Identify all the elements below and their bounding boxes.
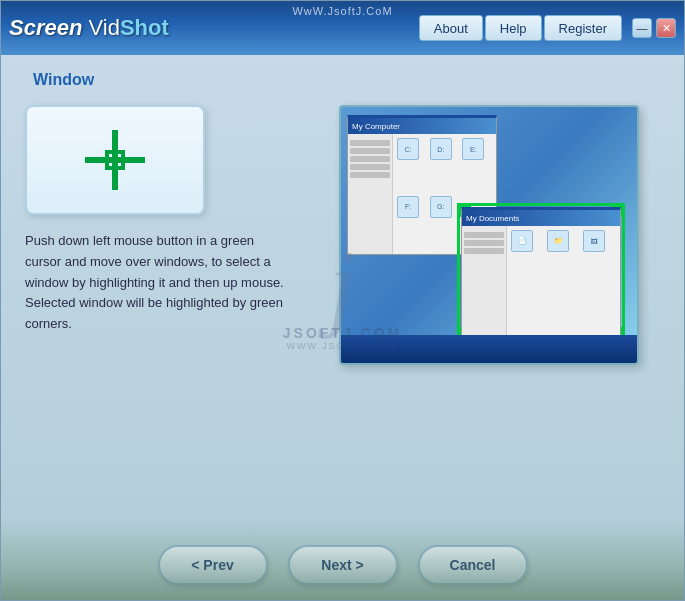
file-icon-5: G:: [430, 196, 452, 218]
sidebar-item-3: [350, 156, 390, 162]
win-explorer-title-2: My Documents: [462, 210, 620, 226]
win-title-text-2: My Documents: [466, 214, 519, 223]
screenshot-preview: My Computer C:: [339, 105, 649, 520]
description-text: Push down left mouse button in a green c…: [25, 231, 285, 335]
about-button[interactable]: About: [419, 15, 483, 41]
cancel-button[interactable]: Cancel: [418, 545, 528, 585]
app-title: Screen VidShot: [9, 15, 169, 41]
title-left: Screen VidShot: [9, 15, 169, 41]
file-icon-1: C:: [397, 138, 419, 160]
sidebar-item-6: [464, 232, 504, 238]
sidebar-item-2: [350, 148, 390, 154]
title-bar: Screen VidShot WwW.JsoftJ.CoM About Help…: [1, 1, 684, 55]
title-shot: Shot: [120, 15, 169, 40]
content-area: Window Push down left mouse button in a …: [1, 55, 684, 530]
win-title-text-1: My Computer: [352, 122, 400, 131]
file-icon-6: 📄: [511, 230, 533, 252]
prev-button[interactable]: < Prev: [158, 545, 268, 585]
minimize-button[interactable]: —: [632, 18, 652, 38]
close-button[interactable]: ✕: [656, 18, 676, 38]
file-icon-8: 🖼: [583, 230, 605, 252]
top-watermark: WwW.JsoftJ.CoM: [292, 5, 392, 17]
next-button[interactable]: Next >: [288, 545, 398, 585]
title-nav: About Help Register — ✕: [419, 15, 676, 41]
window-controls: — ✕: [632, 18, 676, 38]
sidebar-item-1: [350, 140, 390, 146]
win-explorer-title-1: My Computer: [348, 118, 496, 134]
title-vid: Vid: [89, 15, 120, 40]
win-sidebar-2: [462, 226, 507, 336]
win-explorer-body-2: 📄 📁 🖼: [462, 226, 620, 336]
section-title: Window: [33, 71, 660, 89]
cursor-icon-box: [25, 105, 205, 215]
crosshair-icon: [85, 130, 145, 190]
bottom-bar: < Prev Next > Cancel: [1, 530, 684, 600]
title-screen: Screen: [9, 15, 82, 40]
sidebar-item-4: [350, 164, 390, 170]
app-window: Screen VidShot WwW.JsoftJ.CoM About Help…: [0, 0, 685, 601]
left-panel: Push down left mouse button in a green c…: [25, 105, 315, 520]
win-sidebar-1: [348, 134, 393, 254]
win-explorer-main-2: 📄 📁 🖼: [507, 226, 620, 336]
sidebar-item-5: [350, 172, 390, 178]
main-content: Push down left mouse button in a green c…: [25, 105, 660, 520]
file-icon-2: D:: [430, 138, 452, 160]
sidebar-item-8: [464, 248, 504, 254]
file-icon-4: F:: [397, 196, 419, 218]
help-button[interactable]: Help: [485, 15, 542, 41]
sidebar-item-7: [464, 240, 504, 246]
file-icon-3: E:: [462, 138, 484, 160]
register-button[interactable]: Register: [544, 15, 622, 41]
win-taskbar: [341, 335, 637, 363]
file-icon-7: 📁: [547, 230, 569, 252]
preview-image: My Computer C:: [339, 105, 639, 365]
win-explorer-2: My Documents 📄 📁 🖼: [461, 207, 621, 337]
crosshair-center: [105, 150, 125, 170]
